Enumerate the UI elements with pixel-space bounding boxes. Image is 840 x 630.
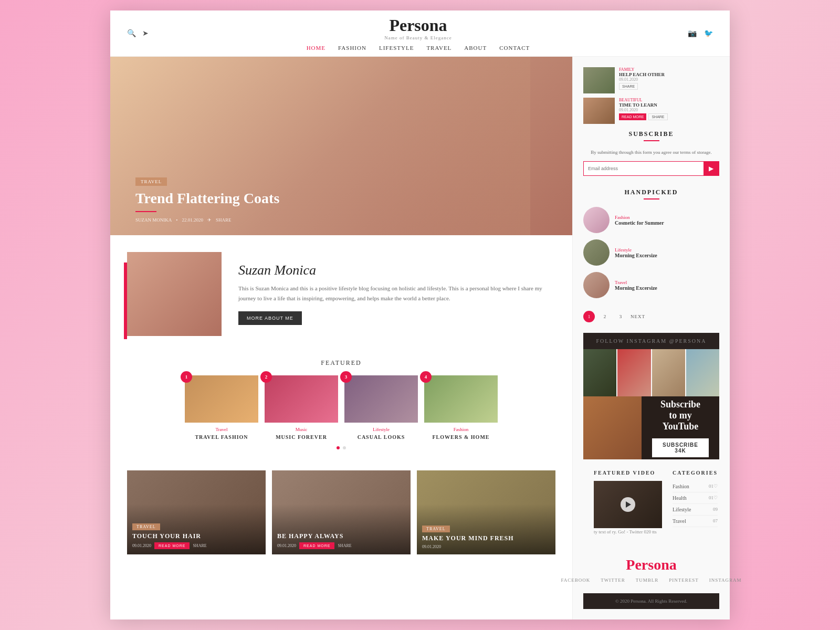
hero-tag: TRAVEL bbox=[135, 177, 167, 186]
categories-side: CATEGORIES Fashion 01♡ Health 01♡ Lifest… bbox=[662, 470, 718, 536]
featured-cat-3: Lifestyle bbox=[344, 427, 418, 432]
header-center: Persona Name of Beauty & Elegance HOME F… bbox=[149, 16, 688, 51]
footer-twitter[interactable]: TWITTER bbox=[601, 578, 625, 583]
cat-row-lifestyle: Lifestyle 09 bbox=[673, 504, 718, 516]
read-more-btn-2[interactable]: READ MORE bbox=[299, 542, 334, 549]
nav: HOME FASHION LIFESTYLE TRAVEL ABOUT CONT… bbox=[307, 40, 530, 51]
nav-fashion[interactable]: FASHION bbox=[338, 45, 366, 51]
carousel-dots bbox=[127, 446, 555, 449]
subscribe-form: ▶ bbox=[583, 161, 719, 176]
subscribe-underline bbox=[644, 140, 659, 141]
bottom-card-date-2: 09.01.2020 bbox=[277, 543, 296, 548]
featured-item-1: 1 Travel TRAVEL FASHION bbox=[185, 375, 258, 440]
page-3[interactable]: 3 bbox=[615, 311, 626, 322]
dot-2[interactable] bbox=[343, 446, 346, 449]
footer-pinterest[interactable]: PINTEREST bbox=[669, 578, 699, 583]
about-btn[interactable]: MORE ABOUT ME bbox=[238, 311, 302, 325]
share-btn-1[interactable]: SHARE bbox=[619, 83, 638, 90]
handpicked-label-3: Morning Excersize bbox=[615, 285, 657, 291]
footer-instagram[interactable]: INSTAGRAM bbox=[709, 578, 742, 583]
bottom-card-share-1: SHARE bbox=[193, 543, 206, 548]
cat-count-health: 01♡ bbox=[709, 495, 718, 501]
featured-cat-1: Travel bbox=[185, 427, 258, 432]
bottom-card-title-3: Make Your Mind Fresh bbox=[422, 534, 550, 542]
instagram-bar: FOLLOW INSTAGRAM @PERSONA bbox=[583, 333, 719, 349]
nav-lifestyle[interactable]: LIFESTYLE bbox=[379, 45, 414, 51]
featured-num-1: 1 bbox=[181, 371, 192, 383]
instagram-grid bbox=[583, 349, 719, 396]
about-image bbox=[127, 252, 222, 336]
insta-thumb-3[interactable] bbox=[652, 349, 685, 396]
featured-num-4: 4 bbox=[420, 371, 432, 383]
header-left: 🔍 ➤ bbox=[127, 29, 149, 38]
share-btn-2[interactable]: SHARE bbox=[648, 113, 667, 120]
handpicked-info-3: Travel Morning Excersize bbox=[615, 280, 657, 291]
main-layout: TRAVEL Trend Flattering Coats SUZAN MONI… bbox=[110, 57, 730, 620]
cat-row-fashion: Fashion 01♡ bbox=[673, 481, 718, 492]
subscribe-input[interactable] bbox=[584, 162, 704, 175]
search-icon[interactable]: 🔍 bbox=[127, 29, 136, 38]
read-more-btn-1[interactable]: READ MORE bbox=[154, 542, 190, 549]
featured-item-2: 2 Music MUSIC FOREVER bbox=[265, 375, 338, 440]
read-more-sidebar-2[interactable]: READ MORE bbox=[619, 113, 646, 120]
header: 🔍 ➤ Persona Name of Beauty & Elegance HO… bbox=[110, 10, 730, 57]
bottom-card-meta-2: 09.01.2020 READ MORE SHARE bbox=[277, 542, 405, 549]
cat-row-travel: Travel 07 bbox=[673, 516, 718, 527]
bottom-card-date-1: 09.01.2020 bbox=[132, 543, 151, 548]
instagram-icon[interactable]: 📷 bbox=[688, 29, 697, 38]
youtube-image bbox=[583, 396, 642, 459]
handpicked-thumb-2 bbox=[583, 239, 610, 266]
cat-name-lifestyle: Lifestyle bbox=[673, 507, 691, 512]
dot-1[interactable] bbox=[337, 446, 340, 449]
cat-name-fashion: Fashion bbox=[673, 484, 689, 489]
sidebar-post-title-1: HELP EACH OTHER bbox=[619, 72, 665, 77]
featured-label-4: FLOWERS & HOME bbox=[424, 434, 498, 440]
bottom-card-meta-1: 09.01.2020 READ MORE SHARE bbox=[132, 542, 260, 549]
nav-travel[interactable]: TRAVEL bbox=[426, 45, 452, 51]
featured-img-1: 1 bbox=[185, 375, 258, 423]
featured-grid: 1 Travel TRAVEL FASHION 2 Music MUSIC FO… bbox=[127, 375, 555, 440]
handpicked-label-2: Morning Excersize bbox=[615, 253, 657, 258]
handpicked-label-1: Cosmetic for Summer bbox=[615, 220, 664, 226]
about-name: Suzan Monica bbox=[238, 262, 555, 278]
featured-video-cats: FEATURED VIDEO ty text of ry. Go! - Twit… bbox=[583, 459, 719, 546]
featured-num-3: 3 bbox=[340, 371, 352, 383]
hero: TRAVEL Trend Flattering Coats SUZAN MONI… bbox=[110, 57, 572, 235]
featured-video-text: ty text of ry. Go! - Twitter 020 tts bbox=[594, 528, 662, 536]
featured-video-title: FEATURED VIDEO bbox=[594, 470, 662, 476]
footer-logo-p: P bbox=[626, 556, 635, 573]
page-2[interactable]: 2 bbox=[599, 311, 611, 322]
youtube-subscribe-btn[interactable]: SUBSCRIBE 34K bbox=[652, 438, 709, 457]
sidebar-post-date-1: 09.01.2020 bbox=[619, 77, 665, 82]
hero-underline bbox=[135, 211, 156, 212]
nav-about[interactable]: ABOUT bbox=[464, 45, 487, 51]
sidebar-post-actions-1: SHARE bbox=[619, 83, 665, 90]
handpicked-item-2: Lifestyle Morning Excersize bbox=[583, 239, 719, 266]
insta-thumb-2[interactable] bbox=[617, 349, 650, 396]
nav-contact[interactable]: CONTACT bbox=[499, 45, 530, 51]
nav-home[interactable]: HOME bbox=[307, 45, 326, 51]
handpicked-underline bbox=[644, 198, 659, 200]
bottom-card-title-2: BE HAPPY ALWAYS bbox=[277, 532, 405, 540]
featured-img-4: 4 bbox=[424, 375, 498, 423]
sidebar-post-cat-2: BEAUTIFUL bbox=[619, 98, 668, 102]
video-thumbnail[interactable] bbox=[594, 481, 662, 528]
footer-tumblr[interactable]: TUMBLR bbox=[636, 578, 659, 583]
sidebar-post-img-2 bbox=[583, 98, 615, 124]
page-next[interactable]: NEXT bbox=[631, 314, 645, 319]
subscribe-desc: By submitting through this form you agre… bbox=[583, 149, 719, 156]
page-1[interactable]: 1 bbox=[583, 311, 595, 322]
bottom-card-date-3: 09.01.2020 bbox=[422, 544, 441, 549]
featured-label-3: CASUAL LOOKS bbox=[344, 434, 418, 440]
insta-thumb-4[interactable] bbox=[686, 349, 719, 396]
featured-title: FEATURED bbox=[127, 359, 555, 367]
play-button[interactable] bbox=[621, 497, 635, 512]
sidebar-post-info-1: FAMILY HELP EACH OTHER 09.01.2020 SHARE bbox=[619, 67, 665, 93]
footer-facebook[interactable]: FACEBOOK bbox=[561, 578, 590, 583]
cat-count-fashion: 01♡ bbox=[709, 484, 718, 489]
arrow-icon[interactable]: ➤ bbox=[142, 29, 149, 38]
twitter-icon[interactable]: 🐦 bbox=[704, 29, 713, 38]
subscribe-btn[interactable]: ▶ bbox=[704, 162, 719, 175]
insta-thumb-1[interactable] bbox=[583, 349, 616, 396]
bottom-card-meta-3: 09.01.2020 bbox=[422, 544, 550, 549]
